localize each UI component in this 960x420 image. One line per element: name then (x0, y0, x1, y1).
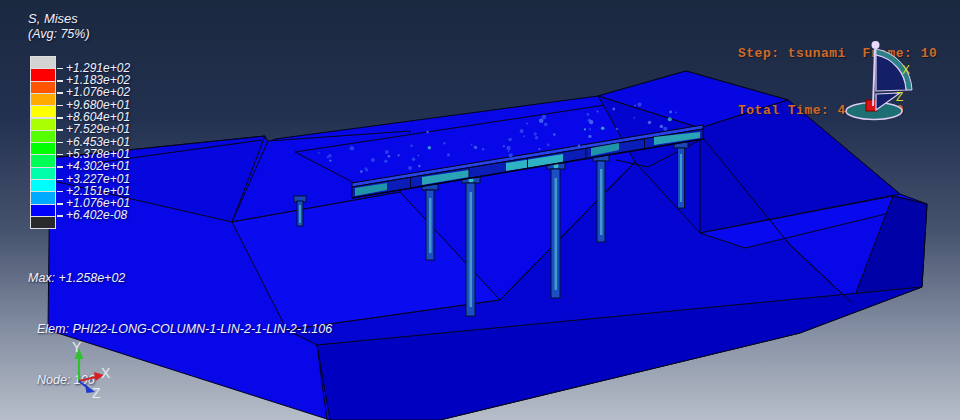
stress-speckle-dot (663, 127, 667, 131)
stress-speckle-dot (508, 150, 510, 152)
stress-speckle-dot (365, 168, 368, 171)
stress-speckle-dot (506, 146, 510, 150)
stress-speckle-dot (637, 103, 641, 107)
step-line: Step: tsunami Frame: 10 (738, 44, 937, 63)
stress-speckle-dot (634, 105, 636, 107)
legend-tick-mark (57, 80, 63, 82)
stress-speckle-dot (675, 112, 677, 114)
stress-speckle-dot (418, 165, 421, 168)
legend-swatch-band (30, 142, 56, 155)
stress-speckle-dot (633, 117, 635, 119)
legend-swatch-band (30, 154, 56, 167)
stress-speckle-dot (520, 129, 524, 133)
legend-swatch-band (30, 204, 56, 217)
stress-speckle-dot (542, 115, 547, 120)
stress-speckle-dot (410, 145, 413, 148)
maxmin-annotation: Max: +1.258e+02 Elem: PHI22-LONG-COLUMN-… (28, 236, 332, 420)
stress-speckle-dot (588, 135, 591, 138)
stress-speckle-dot (388, 155, 391, 158)
legend-title: S, Mises (28, 11, 78, 26)
legend-swatch-band (30, 105, 56, 118)
stress-speckle-dot (508, 138, 512, 142)
stress-speckle-dot (482, 148, 485, 151)
legend-swatch-band (30, 81, 56, 94)
stress-speckle-dot (668, 117, 672, 121)
stress-speckle-dot (503, 145, 505, 147)
stress-speckle-dot (384, 160, 387, 163)
stress-speckle-dot (385, 150, 389, 154)
legend-tick-mark (57, 129, 63, 131)
legend-tick-mark (57, 215, 63, 217)
legend-tick-value: +6.402e-08 (66, 208, 127, 222)
stress-speckle-dot (553, 133, 556, 136)
stress-speckle-dot (371, 158, 375, 162)
stress-speckle-dot (589, 120, 593, 124)
stress-speckle-dot (534, 132, 537, 135)
legend-swatch-band (30, 93, 56, 106)
legend-swatch-band (30, 191, 56, 204)
stress-speckle-dot (587, 113, 590, 116)
stress-speckle-dot (428, 146, 431, 149)
stress-speckle-dot (418, 155, 420, 157)
legend-subtitle: (Avg: 75%) (28, 27, 90, 41)
stress-speckle-dot (408, 166, 412, 170)
stress-speckle-dot (447, 153, 450, 156)
legend-swatch-above-max (30, 56, 56, 69)
legend-tick-mark (57, 105, 63, 107)
stress-speckle-dot (535, 136, 538, 139)
compass-z-label: Z (896, 90, 903, 104)
stress-speckle-dot (471, 144, 473, 146)
stress-speckle-dot (648, 121, 652, 125)
time-line: Total Time: 4.000000 (738, 101, 937, 120)
stress-speckle-dot (669, 111, 672, 114)
stress-speckle-dot (509, 153, 513, 157)
stress-speckle-dot (547, 144, 550, 147)
legend-tick-mark (57, 68, 63, 70)
compass-ball[interactable] (872, 41, 880, 49)
stress-speckle-dot (601, 127, 605, 131)
legend-tick-mark (57, 117, 63, 119)
stress-speckle-dot (328, 154, 332, 158)
legend-swatch-band (30, 130, 56, 143)
legend-swatch-band (30, 179, 56, 192)
stress-speckle-dot (660, 125, 664, 129)
stress-speckle-dot (544, 123, 548, 127)
stress-speckle-dot (589, 128, 591, 130)
stress-speckle-dot (612, 108, 615, 111)
stress-speckle-dot (538, 148, 540, 150)
stress-speckle-dot (597, 111, 599, 113)
stress-speckle-dot (474, 146, 476, 148)
stress-speckle-dot (443, 142, 445, 144)
stress-speckle-dot (426, 131, 428, 133)
legend-tick-mark (57, 154, 63, 156)
legend-tick-mark (57, 203, 63, 205)
stress-speckle-dot (360, 170, 363, 173)
max-node: Node: 106 (28, 372, 332, 389)
legend-tick-mark (57, 166, 63, 168)
compass-x-label: X (902, 63, 910, 77)
stress-speckle-dot (539, 119, 544, 124)
stress-speckle-dot (584, 128, 586, 130)
max-value: Max: +1.258e+02 (28, 270, 332, 287)
stress-speckle-dot (412, 157, 416, 161)
legend-swatch-band (30, 167, 56, 180)
legend-tick-mark (57, 179, 63, 181)
legend-tick-mark (57, 191, 63, 193)
legend-swatch-band (30, 118, 56, 131)
stress-speckle-dot (526, 123, 528, 125)
stress-speckle-dot (578, 145, 580, 147)
legend-swatch-band (30, 68, 56, 81)
stress-speckle-dot (329, 159, 331, 161)
stress-speckle-dot (398, 154, 400, 156)
abaqus-viewport[interactable]: S, Mises (Avg: 75%) +1.291e+02+1.183e+02… (0, 0, 960, 420)
legend-tick-mark (57, 142, 63, 144)
max-elem: Elem: PHI22-LONG-COLUMN-1-LIN-2-1-LIN-2-… (28, 321, 332, 338)
stress-speckle-dot (318, 152, 320, 154)
legend-swatch-below-min (30, 216, 56, 229)
legend-tick-mark (57, 92, 63, 94)
stress-speckle-dot (350, 146, 355, 151)
stress-speckle-dot (523, 135, 525, 137)
legend-swatch-column: +1.291e+02+1.183e+02+1.076e+02+9.680e+01… (30, 56, 140, 236)
stress-speckle-dot (616, 128, 618, 130)
compass-cube[interactable] (866, 100, 877, 111)
